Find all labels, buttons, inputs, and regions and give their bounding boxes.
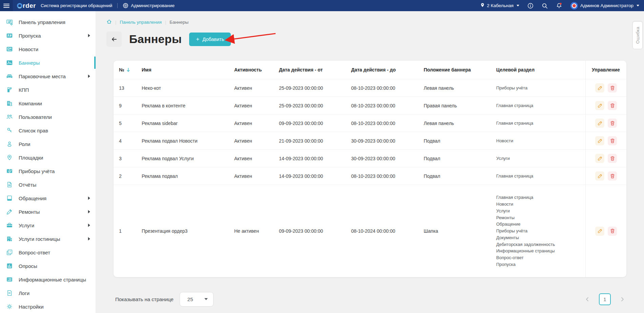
sidebar-item-question[interactable]: ? Вопрос-ответ	[0, 246, 96, 259]
sidebar-item-gear[interactable]: Настройки	[0, 300, 96, 313]
edit-button[interactable]	[595, 119, 604, 128]
sidebar-item-label: Услуги	[19, 223, 34, 228]
breadcrumb-separator: |	[165, 20, 166, 25]
add-banner-button[interactable]: + Добавить	[189, 33, 231, 46]
section-item: Услуги	[496, 208, 585, 214]
sidebar-item-log[interactable]: Логи	[0, 286, 96, 300]
back-button[interactable]	[106, 32, 122, 47]
sidebar-item-briefcase[interactable]: Услуги	[0, 218, 96, 232]
column-header-num[interactable]: №	[114, 67, 142, 72]
cell-status: Активен	[234, 156, 279, 161]
sidebar-item-banner-image[interactable]: Баннеры	[0, 56, 96, 69]
banners-table: № Имя Активность Дата действия - от Дата…	[114, 61, 626, 277]
edit-button[interactable]	[595, 171, 604, 181]
sidebar-item-report[interactable]: Отчёты	[0, 178, 96, 191]
delete-button[interactable]	[608, 101, 617, 110]
delete-button[interactable]	[608, 119, 617, 128]
current-page-button[interactable]: 1	[599, 293, 611, 305]
sidebar-item-car[interactable]: Парковочные места	[0, 69, 96, 83]
topbar: rder Система регистрации обращений Админ…	[0, 0, 644, 11]
edit-button[interactable]	[595, 227, 604, 236]
location-caret-icon	[517, 5, 519, 6]
sidebar-nav: Панель управления Пропуска Новости Банне…	[0, 11, 96, 313]
edit-button[interactable]	[595, 154, 604, 163]
delete-button[interactable]	[608, 154, 617, 163]
main-content: | Панель управления | Баннеры Баннеры + …	[96, 11, 644, 313]
next-page-button[interactable]	[620, 296, 625, 303]
page-header: Баннеры + Добавить	[106, 32, 231, 47]
cell-status: Активен	[234, 173, 279, 179]
sidebar-item-book[interactable]: Обращения	[0, 191, 96, 205]
user-menu[interactable]: Админов Администратор	[570, 2, 639, 9]
per-page-label: Показывать на странице	[115, 296, 174, 302]
sidebar-item-control-panel[interactable]: Панель управления	[0, 15, 96, 29]
sidebar-item-users[interactable]: Пользователи	[0, 110, 96, 124]
banner-image-icon	[5, 59, 14, 67]
pencil-icon	[597, 85, 603, 91]
cell-manage	[585, 185, 626, 277]
map-pin-icon	[5, 153, 14, 162]
delete-button[interactable]	[608, 136, 617, 145]
cell-sections: Главная страница	[496, 173, 585, 180]
cell-status: Не активен	[234, 228, 279, 234]
edit-button[interactable]	[595, 83, 604, 92]
sidebar-item-building[interactable]: Компании	[0, 97, 96, 110]
cell-sections: Новости	[496, 138, 585, 144]
gear-icon	[5, 302, 14, 311]
sidebar-item-meter[interactable]: 12 Приборы учёта	[0, 164, 96, 178]
notifications-button[interactable]	[556, 2, 562, 9]
column-header-date-to: Дата действия - до	[351, 67, 424, 72]
sidebar-item-person[interactable]: Роли	[0, 137, 96, 151]
table-row: 5 Реклама sidebar Активен 09-09-2023 00:…	[114, 114, 626, 132]
admin-section-link[interactable]: Администрирование	[123, 3, 175, 8]
section-item: Обращение	[496, 221, 585, 228]
cell-position: Подвал	[424, 173, 496, 179]
prev-page-button[interactable]	[584, 296, 590, 303]
pencil-icon	[597, 138, 603, 144]
cell-date-to: 08-10-2023 00:00:00	[351, 173, 424, 179]
cell-name: Неко-кот	[142, 85, 234, 91]
location-selector[interactable]: 2 Кабельная	[480, 2, 519, 9]
sidebar-item-news[interactable]: Новости	[0, 42, 96, 56]
arrow-left-icon	[110, 36, 118, 43]
briefcase-icon	[5, 221, 14, 229]
sidebar-item-map-pin[interactable]: Площадки	[0, 151, 96, 164]
sidebar-item-label: Компании	[19, 101, 42, 106]
error-feedback-tab[interactable]: Ошибка	[632, 21, 643, 49]
screwdriver-icon	[5, 208, 14, 216]
column-header-activity: Активность	[234, 67, 279, 72]
delete-button[interactable]	[608, 227, 617, 236]
cell-sections: Главная страница	[496, 102, 585, 109]
section-item: Главная страница	[496, 120, 585, 127]
cell-position: Правая панель	[424, 103, 496, 108]
sidebar-item-screwdriver[interactable]: Ремонты	[0, 205, 96, 218]
chevron-right-icon	[88, 210, 90, 213]
trash-icon	[610, 121, 615, 126]
home-icon[interactable]	[106, 19, 112, 25]
admin-gear-icon	[123, 3, 128, 8]
edit-button[interactable]	[595, 136, 604, 145]
hamburger-menu-icon[interactable]	[0, 0, 13, 11]
delete-button[interactable]	[608, 171, 617, 181]
delete-button[interactable]	[608, 83, 617, 92]
sidebar-item-bar-chart[interactable]: Опросы	[0, 259, 96, 273]
cell-sections: Главная страницаНовостиУслугиРемонтыОбра…	[496, 194, 585, 268]
page-size-select[interactable]: 25	[180, 292, 214, 307]
search-button[interactable]	[542, 3, 548, 9]
edit-button[interactable]	[595, 101, 604, 110]
cell-num: 3	[114, 156, 142, 161]
sidebar-item-key[interactable]: Список прав	[0, 124, 96, 137]
info-button[interactable]	[527, 3, 534, 9]
sidebar-item-info-page[interactable]: Информационные страницы	[0, 273, 96, 286]
sidebar-item-hotel[interactable]: Услуги гостиницы	[0, 232, 96, 246]
sidebar-item-label: Приборы учёта	[19, 168, 55, 174]
cell-manage	[585, 150, 626, 167]
section-item: Ремонты	[496, 214, 585, 221]
column-header-name: Имя	[142, 67, 234, 72]
sidebar-item-id-card[interactable]: Пропуска	[0, 29, 96, 42]
breadcrumb-link-dashboard[interactable]: Панель управления	[120, 20, 162, 25]
sidebar-item-checkpoint[interactable]: КПП	[0, 83, 96, 97]
breadcrumb-separator: |	[115, 20, 116, 25]
cell-date-to: 08-10-2024 00:00:00	[351, 228, 424, 234]
app-logo[interactable]: rder	[17, 2, 36, 9]
